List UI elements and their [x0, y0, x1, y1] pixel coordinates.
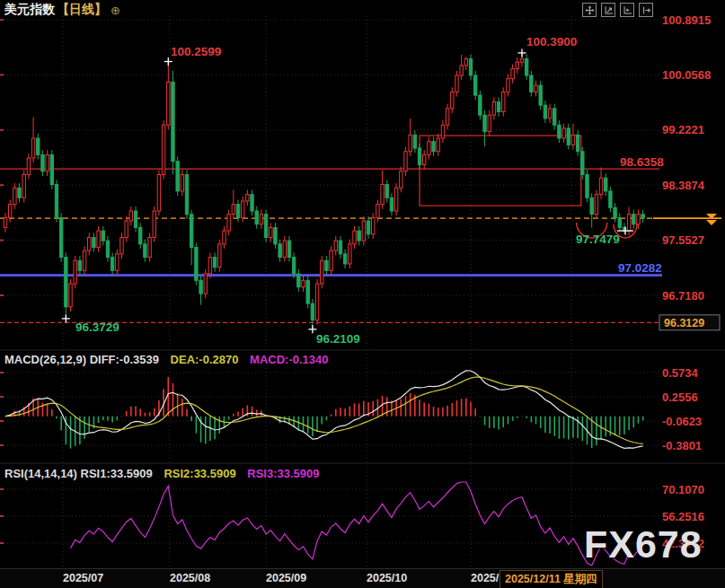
y-axis-label: 0.5734 — [662, 366, 699, 380]
y-axis-label: 98.3874 — [662, 179, 705, 192]
symbol-name: 美元指数 — [4, 2, 55, 18]
macd-macd-label: MACD:-0.1340 — [250, 353, 328, 366]
price-annotation: 97.7479 — [576, 233, 620, 246]
x-axis-label: 2025/09 — [266, 572, 306, 584]
rsi3-label: RSI3:33.5909 — [247, 467, 319, 480]
price-annotation: 100.2599 — [171, 45, 221, 58]
time-axis[interactable]: 2025/072025/082025/092025/102025/ 2025/1… — [0, 568, 725, 588]
macd-layer — [4, 371, 643, 449]
y-axis-label: 56.2516 — [662, 510, 704, 523]
gridlines — [0, 16, 725, 567]
chart-title: 美元指数 【日线】 ⊕ — [4, 2, 120, 18]
svg-text:96.3129: 96.3129 — [664, 317, 704, 329]
rsi-params-label: RSI(14,14,14) RSI1:33.5909 — [4, 467, 153, 480]
chart-window: 美元指数 【日线】 ⊕ 96.3129 — [0, 0, 725, 588]
y-axis-label: 96.7180 — [662, 289, 704, 303]
crosshair-move-icon[interactable] — [582, 3, 597, 17]
y-axis-label: 100.0568 — [662, 68, 711, 82]
fx678-watermark: FX678 — [584, 522, 703, 566]
y-axis-label: 97.5527 — [662, 233, 704, 247]
price-annotation: 100.3900 — [526, 35, 577, 48]
price-marker-arrow-icon — [706, 220, 717, 225]
x-axis-label: 2025/ — [471, 572, 499, 584]
timeframe-label: 【日线】 — [57, 2, 107, 18]
axis-labels-layer: 100.8915100.056899.222198.387497.552796.… — [662, 13, 711, 550]
add-indicator-icon[interactable]: ⊕ — [111, 4, 120, 17]
axis-zoom-icon[interactable] — [601, 3, 615, 17]
price-annotation: 97.0282 — [618, 261, 662, 275]
x-axis-label: 2025/07 — [63, 572, 103, 584]
y-axis-label: 100.8915 — [662, 13, 711, 27]
annotations-layer: 100.2599100.390096.372996.210997.747998.… — [62, 35, 664, 346]
x-axis-label: 2025/10 — [367, 572, 407, 584]
x-axis-label: 2025/08 — [170, 572, 210, 584]
price-annotation: 96.2109 — [316, 332, 360, 346]
y-axis-label: 70.1070 — [662, 483, 704, 496]
macd-dea-label: DEA:-0.2870 — [171, 353, 239, 366]
candles-layer — [4, 53, 644, 329]
y-axis-label: 99.2221 — [662, 123, 704, 136]
chart-canvas[interactable]: 96.3129 100.2599100.390096.372996.210997… — [0, 0, 725, 588]
axis-pan-icon[interactable] — [620, 3, 634, 17]
macd-params-label: MACD(26,12,9) DIFF:-0.3539 — [4, 353, 159, 366]
y-axis-label: -0.3801 — [662, 439, 702, 452]
macd-indicator-row: MACD(26,12,9) DIFF:-0.3539 DEA:-0.2870 M… — [4, 353, 337, 366]
y-axis-label: -0.0623 — [662, 415, 702, 428]
price-annotation: 98.6358 — [620, 155, 664, 169]
y-axis-label: 0.2556 — [662, 391, 698, 404]
chart-toolbar — [582, 3, 653, 17]
rsi-indicator-row: RSI(14,14,14) RSI1:33.5909 RSI2:33.5909 … — [4, 467, 328, 480]
price-annotation: 96.3729 — [75, 320, 119, 334]
price-marker-arrow-icon — [706, 214, 717, 219]
go-latest-icon[interactable] — [639, 3, 653, 17]
rsi-layer — [71, 482, 643, 566]
rsi2-label: RSI2:33.5909 — [164, 467, 235, 480]
crosshair-date-label: 2025/12/11 星期四 — [500, 570, 603, 588]
